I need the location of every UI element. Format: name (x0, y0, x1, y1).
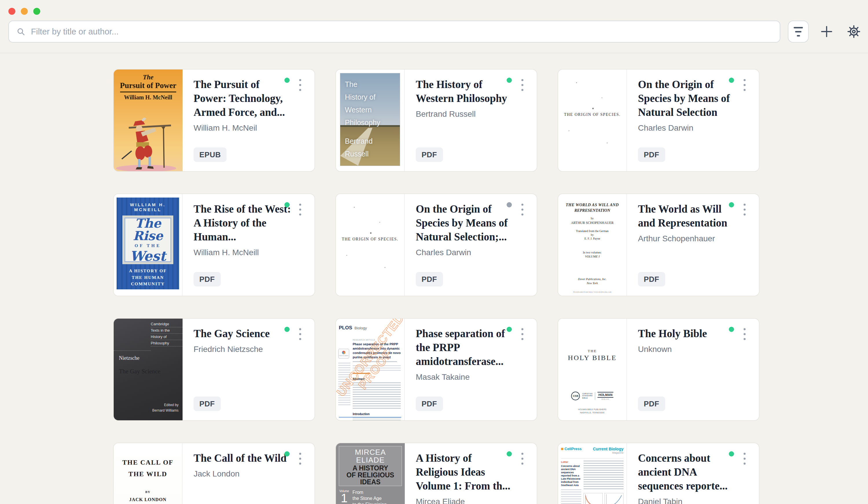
cover-title: The Gay Science (119, 368, 160, 375)
add-book-button[interactable] (819, 24, 834, 39)
book-card-origin-of-species-2[interactable]: THE ORIGIN OF SPECIES. On the Origin of … (335, 193, 537, 296)
format-badge: PDF (638, 272, 665, 286)
cover-title: THE WORLD AS WILL AND (558, 203, 627, 208)
book-author: William H. McNeil (194, 123, 306, 133)
cover-divider (114, 351, 151, 351)
book-cover: PLOS Biology Check for updates RESEARCH … (336, 319, 405, 420)
book-card-origin-of-species[interactable]: THE ORIGIN OF SPECIES. On the Origin of … (558, 69, 760, 172)
cover-ornament (370, 232, 372, 234)
search-input[interactable] (30, 27, 772, 37)
column-text-lines (561, 489, 581, 504)
book-menu-button[interactable] (516, 75, 529, 95)
book-cover: THE ORIGIN OF SPECIES. (336, 194, 405, 296)
book-cover: WILLIAM H. MCNEILL The Rise OF THE West … (114, 194, 183, 296)
publisher-logos: CSB CHRISTIAN STANDARD BIBLE HOLMAN BIBL… (558, 392, 627, 400)
publisher-lines: HOLMAN BIBLE PUBLISHERS NASHVILLE, TENNE… (558, 408, 627, 414)
book-menu-button[interactable] (294, 199, 307, 220)
filter-button[interactable] (788, 21, 809, 43)
book-menu-button[interactable] (738, 448, 751, 468)
journal-name: Current Biology (593, 447, 623, 451)
introduction-heading: Introduction (353, 412, 401, 416)
cover-title: THE CALL OF (114, 459, 182, 466)
plus-icon (820, 25, 833, 38)
status-dot (285, 327, 290, 332)
book-menu-button[interactable] (294, 324, 307, 344)
cover-author: Nietzsche (119, 355, 140, 361)
cover-volume-info: Volume 1 From the Stone Age to the Eleus… (339, 490, 403, 504)
book-title: The History of Western Philosophy (416, 78, 515, 105)
book-author: Daniel Tabin (638, 497, 750, 504)
cover-image: The History of Western Philosophy Bertra… (340, 73, 400, 166)
close-window-button[interactable] (8, 8, 16, 15)
cover-subtitle: A HISTORY OF THE HUMAN COMMUNITY (117, 268, 179, 288)
cover-author: WILLIAM H. MCNEILL (117, 202, 179, 212)
status-dot (285, 78, 290, 83)
book-title: The World as Will and Representation (638, 202, 737, 230)
book-card-world-as-will[interactable]: THE WORLD AS WILL AND REPRESENTATION by … (558, 193, 760, 296)
status-dot (507, 451, 512, 456)
settings-button[interactable] (847, 24, 861, 39)
book-card-gay-science[interactable]: Cambridge Texts in the History of Philos… (113, 318, 315, 421)
book-card-prpp-paper[interactable]: PLOS Biology Check for updates RESEARCH … (335, 318, 537, 421)
status-dot (729, 327, 734, 332)
search-bar[interactable] (8, 21, 780, 43)
status-dot (729, 451, 734, 456)
book-cover: MIRCEA ELIADE A HISTORY OF RELIGIOUS IDE… (336, 443, 405, 504)
logo-separator (595, 392, 595, 400)
book-title: The Holy Bible (638, 327, 737, 341)
journal-logo: PLOS Biology (339, 325, 367, 331)
book-card-call-of-the-wild[interactable]: THE CALL OF THE WILD BY JACK LONDON The … (113, 443, 315, 504)
format-badge: PDF (416, 272, 443, 286)
book-card-ancient-dna[interactable]: CellPress Current Biology Magazine Lette… (558, 443, 760, 504)
book-menu-button[interactable] (738, 324, 751, 344)
csb-logo: CSB (571, 392, 580, 400)
book-cover: THE WORLD AS WILL AND REPRESENTATION by … (558, 194, 627, 296)
volume-subtitle: From the Stone Age to the Eleusinian (352, 490, 386, 504)
cover-frame: The Rise OF THE West (122, 215, 173, 264)
status-dot (507, 327, 512, 332)
book-menu-button[interactable] (516, 199, 529, 220)
book-card-religious-ideas[interactable]: MIRCEA ELIADE A HISTORY OF RELIGIOUS IDE… (335, 443, 537, 504)
book-menu-button[interactable] (516, 448, 529, 468)
status-dot (729, 202, 734, 208)
format-badge: PDF (194, 396, 221, 411)
book-card-rise-of-the-west[interactable]: WILLIAM H. MCNEILL The Rise OF THE West … (113, 193, 315, 296)
figure-chart (583, 493, 603, 504)
header-divider (0, 53, 868, 53)
book-card-pursuit-of-power[interactable]: The Pursuit of Power William H. McNeill (113, 69, 315, 172)
book-menu-button[interactable] (516, 324, 529, 344)
status-dot (507, 202, 512, 208)
book-card-holy-bible[interactable]: THE HOLY BIBLE CSB CHRISTIAN STANDARD BI… (558, 318, 760, 421)
book-title: A History of Religious Ideas Volume 1: F… (416, 451, 515, 493)
status-dot (285, 451, 290, 456)
filter-lines-icon (794, 27, 803, 28)
cover-text: The (114, 73, 183, 81)
book-card-history-western-philosophy[interactable]: The History of Western Philosophy Bertra… (335, 69, 537, 172)
book-grid: The Pursuit of Power William H. McNeill (113, 69, 760, 504)
cover-title: HOLY BIBLE (558, 354, 627, 362)
book-author: Charles Darwin (416, 248, 528, 257)
book-cover: CellPress Current Biology Magazine Lette… (558, 443, 627, 504)
book-cover: The Pursuit of Power William H. McNeill (114, 70, 183, 171)
status-dot (285, 202, 290, 208)
book-author: Mircea Eliade (416, 497, 528, 504)
zoom-window-button[interactable] (33, 8, 40, 15)
format-badge: PDF (638, 396, 665, 411)
cover-author: Bertrand Russell (345, 135, 373, 160)
book-menu-button[interactable] (738, 199, 751, 220)
cover-title: A HISTORY OF RELIGIOUS IDEAS (339, 465, 402, 486)
cover-title-box: MIRCEA ELIADE A HISTORY OF RELIGIOUS IDE… (339, 446, 402, 486)
book-title: Concerns about ancient DNA sequences rep… (638, 451, 737, 493)
format-badge: PDF (194, 272, 221, 286)
book-menu-button[interactable] (294, 75, 307, 95)
cover-title: The History of Western Philosophy (345, 78, 380, 129)
book-author: Jack London (194, 469, 306, 478)
gear-icon (847, 24, 861, 39)
book-menu-button[interactable] (294, 448, 307, 468)
column-text-lines (583, 461, 623, 491)
format-badge: EPUB (194, 148, 227, 162)
musketeer-illustration (114, 110, 183, 171)
volume-number: Volume 1 (339, 490, 349, 504)
book-menu-button[interactable] (738, 75, 751, 95)
minimize-window-button[interactable] (21, 8, 28, 15)
